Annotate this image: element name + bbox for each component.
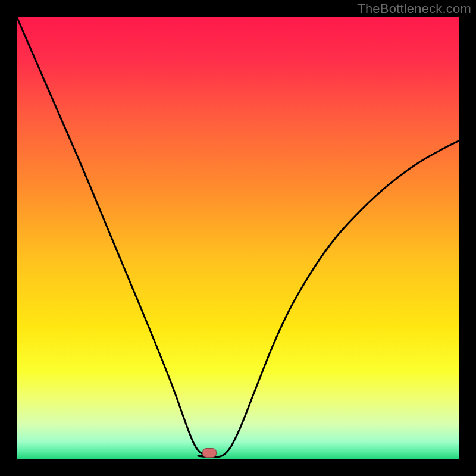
optimum-marker [202,448,217,458]
curve-path [17,17,459,457]
chart-plot-area [17,17,459,459]
chart-frame: TheBottleneck.com [0,0,476,476]
bottleneck-curve [17,17,459,459]
watermark-text: TheBottleneck.com [357,1,471,17]
